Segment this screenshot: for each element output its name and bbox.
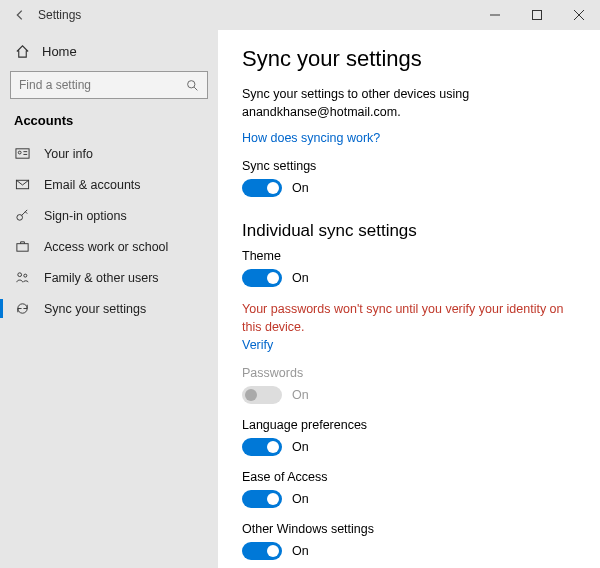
sidebar-item-label: Sync your settings — [44, 302, 146, 316]
sidebar: Home Accounts Your info Email & accounts — [0, 30, 218, 568]
toggle-state: On — [292, 181, 309, 195]
other-label: Other Windows settings — [242, 522, 576, 536]
search-input[interactable] — [19, 78, 186, 92]
svg-point-16 — [23, 274, 26, 277]
home-label: Home — [42, 44, 77, 59]
home-icon — [14, 44, 30, 59]
sidebar-item-label: Email & accounts — [44, 178, 141, 192]
mail-icon — [14, 177, 30, 192]
password-warning: Your passwords won't sync until you veri… — [242, 301, 576, 336]
other-toggle[interactable] — [242, 542, 282, 560]
sync-settings-toggle[interactable] — [242, 179, 282, 197]
sidebar-item-label: Access work or school — [44, 240, 168, 254]
svg-point-4 — [188, 80, 195, 87]
maximize-button[interactable] — [516, 0, 558, 30]
app-title: Settings — [32, 8, 81, 22]
minimize-button[interactable] — [474, 0, 516, 30]
sidebar-item-your-info[interactable]: Your info — [0, 138, 218, 169]
people-icon — [14, 270, 30, 285]
sidebar-item-label: Your info — [44, 147, 93, 161]
toggle-state: On — [292, 492, 309, 506]
intro-text: Sync your settings to other devices usin… — [242, 86, 576, 121]
svg-rect-14 — [16, 244, 27, 252]
back-button[interactable] — [8, 8, 32, 22]
sidebar-item-signin[interactable]: Sign-in options — [0, 200, 218, 231]
ease-toggle[interactable] — [242, 490, 282, 508]
toggle-state: On — [292, 544, 309, 558]
toggle-state: On — [292, 440, 309, 454]
svg-point-7 — [18, 151, 21, 154]
key-icon — [14, 208, 30, 223]
ease-label: Ease of Access — [242, 470, 576, 484]
theme-toggle[interactable] — [242, 269, 282, 287]
titlebar: Settings — [0, 0, 600, 30]
briefcase-icon — [14, 239, 30, 254]
sidebar-item-label: Sign-in options — [44, 209, 127, 223]
language-toggle[interactable] — [242, 438, 282, 456]
sidebar-item-work[interactable]: Access work or school — [0, 231, 218, 262]
svg-rect-6 — [15, 149, 28, 158]
verify-link[interactable]: Verify — [242, 338, 273, 352]
sync-icon — [14, 301, 30, 316]
sidebar-item-email[interactable]: Email & accounts — [0, 169, 218, 200]
page-heading: Sync your settings — [242, 46, 576, 72]
toggle-state: On — [292, 388, 309, 402]
svg-line-5 — [194, 87, 197, 90]
passwords-label: Passwords — [242, 366, 576, 380]
sidebar-item-label: Family & other users — [44, 271, 159, 285]
language-label: Language preferences — [242, 418, 576, 432]
toggle-state: On — [292, 271, 309, 285]
sidebar-home[interactable]: Home — [0, 38, 218, 65]
svg-line-13 — [25, 212, 27, 214]
search-box[interactable] — [10, 71, 208, 99]
svg-point-15 — [17, 273, 21, 277]
sidebar-item-sync[interactable]: Sync your settings — [0, 293, 218, 324]
person-card-icon — [14, 146, 30, 161]
sub-heading: Individual sync settings — [242, 221, 576, 241]
sidebar-section-label: Accounts — [0, 109, 218, 138]
search-icon — [186, 79, 199, 92]
passwords-toggle — [242, 386, 282, 404]
main-content: Sync your settings Sync your settings to… — [218, 30, 600, 568]
sidebar-item-family[interactable]: Family & other users — [0, 262, 218, 293]
sync-settings-label: Sync settings — [242, 159, 576, 173]
close-button[interactable] — [558, 0, 600, 30]
window-controls — [474, 0, 600, 30]
help-link[interactable]: How does syncing work? — [242, 131, 576, 145]
theme-label: Theme — [242, 249, 576, 263]
svg-rect-1 — [533, 11, 542, 20]
